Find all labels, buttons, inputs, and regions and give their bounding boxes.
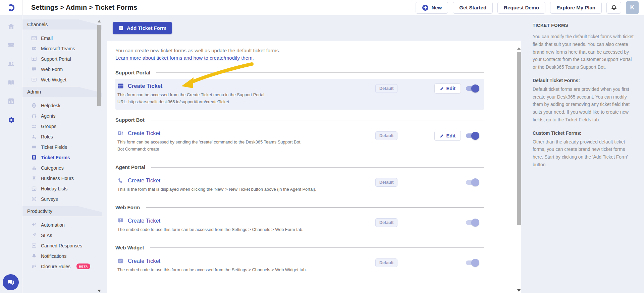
reports-icon[interactable] [7, 97, 15, 105]
sidebar-item-automation[interactable]: Automation [31, 220, 102, 230]
form-enabled-toggle[interactable] [466, 133, 478, 138]
form-icon [31, 155, 37, 160]
sidebar-item-label: Notifications [41, 253, 66, 259]
checklist-icon [31, 263, 37, 269]
avatar-initial: K [630, 4, 635, 11]
sidebar-item-canned-responses[interactable]: Canned Responses [31, 240, 102, 251]
sidebar-item-holiday-lists[interactable]: Holiday Lists [31, 183, 102, 194]
edit-button[interactable]: Edit [434, 131, 461, 141]
scroll-down-arrow-icon[interactable] [517, 289, 521, 292]
intro-text: You can create new ticket forms as well … [115, 47, 484, 54]
new-button[interactable]: New [416, 2, 448, 14]
sidebar-item-ticket-fields[interactable]: Ticket Fields [31, 142, 102, 152]
top-actions: New Get Started Request Demo Explore My … [416, 1, 644, 14]
form-enabled-toggle[interactable] [466, 180, 478, 185]
sidebar-item-label: Categories [41, 165, 64, 171]
sidebar-item-label: Email [41, 36, 53, 41]
sidebar-item-web-widget[interactable]: Web Widget [31, 74, 102, 85]
scrollbar-thumb[interactable] [517, 52, 521, 225]
email-icon [31, 35, 37, 41]
beta-badge: BETA [76, 263, 90, 269]
teams-icon [31, 46, 37, 51]
person-gear-icon [31, 134, 37, 139]
settings-icon[interactable] [7, 116, 15, 124]
get-started-button[interactable]: Get Started [453, 2, 493, 14]
sidebar-item-support-portal[interactable]: Support Portal [31, 54, 102, 64]
create-ticket-link[interactable]: Create Ticket [128, 83, 162, 89]
section-support-portal: Support Portal Create Ticket This form c… [115, 70, 484, 110]
calendar-icon [31, 186, 37, 191]
sidebar-item-label: Roles [41, 134, 53, 139]
sidebar-item-label: Canned Responses [41, 243, 82, 248]
ticket-form-row: Create Ticket This is the form that is d… [115, 173, 484, 197]
help-panel-title: TICKET FORMS [533, 23, 634, 28]
scroll-up-arrow-icon[interactable] [517, 47, 521, 50]
teams-icon [117, 130, 124, 136]
scroll-up-arrow-icon[interactable] [98, 20, 101, 22]
scroll-down-arrow-icon[interactable] [98, 290, 101, 292]
phone-icon [117, 177, 124, 184]
default-badge: Default [375, 178, 397, 187]
form-enabled-toggle[interactable] [466, 260, 478, 265]
help-default-heading: Default Ticket Forms: [533, 78, 634, 83]
sidebar-item-helpdesk[interactable]: Helpdesk [31, 100, 102, 111]
explore-plan-button[interactable]: Explore My Plan [550, 2, 602, 14]
settings-sidebar: Channels Email Microsoft Teams Support P… [22, 15, 102, 293]
box-plus-icon [31, 243, 37, 248]
request-demo-label: Request Demo [504, 5, 539, 10]
learn-more-link[interactable]: Learn more about ticket forms and how to… [115, 54, 254, 62]
smiley-icon [31, 196, 37, 202]
form-enabled-toggle[interactable] [466, 220, 478, 225]
section-heading: Support Bot [115, 117, 145, 123]
sidebar-item-agents[interactable]: Agents [31, 111, 102, 121]
sidebar-item-groups[interactable]: Groups [31, 121, 102, 131]
create-ticket-link[interactable]: Create Ticket [128, 258, 160, 264]
sidebar-scrollbar[interactable] [97, 19, 101, 293]
bell-icon [31, 253, 37, 259]
tickets-icon[interactable] [7, 41, 15, 49]
default-badge: Default [375, 258, 397, 267]
sidebar-item-surveys[interactable]: Surveys [31, 194, 102, 204]
support-chat-button[interactable] [3, 274, 19, 290]
avatar[interactable]: K [626, 1, 639, 14]
sidebar-item-label: Closure Rules [41, 264, 70, 269]
edit-button[interactable]: Edit [434, 83, 461, 94]
people-icon [31, 123, 37, 129]
sidebar-item-microsoft-teams[interactable]: Microsoft Teams [31, 43, 102, 54]
sidebar-item-label: Helpdesk [41, 103, 60, 108]
section-divider [156, 72, 484, 73]
form-description: This form can be accessed from the Creat… [117, 92, 375, 98]
sidebar-item-categories[interactable]: Categories [31, 163, 102, 173]
scrollbar-thumb[interactable] [97, 25, 101, 106]
browser-window-icon [117, 83, 124, 89]
sidebar-item-email[interactable]: Email [31, 33, 102, 43]
explore-plan-label: Explore My Plan [556, 5, 595, 10]
content-scrollbar[interactable] [517, 47, 522, 292]
contacts-icon[interactable] [7, 60, 15, 68]
headset-icon [31, 113, 37, 119]
edit-label: Edit [446, 86, 455, 91]
knowledge-base-icon[interactable] [7, 78, 15, 86]
sidebar-item-roles[interactable]: Roles [31, 131, 102, 142]
bell-icon [611, 4, 617, 11]
add-ticket-form-button[interactable]: Add Ticket Form [113, 22, 172, 34]
create-ticket-link[interactable]: Create Ticket [128, 218, 160, 224]
sidebar-item-slas[interactable]: SLAs [31, 230, 102, 240]
home-icon[interactable] [7, 22, 15, 30]
form-description: This is the form that is displayed when … [117, 186, 375, 192]
sidebar-section-channels: Channels [22, 19, 102, 30]
sidebar-item-closure-rules[interactable]: Closure Rules BETA [31, 261, 102, 272]
form-enabled-toggle[interactable] [466, 86, 478, 91]
lifebuoy-icon [31, 103, 37, 108]
create-ticket-link[interactable]: Create Ticket [128, 177, 160, 184]
sidebar-item-business-hours[interactable]: Business Hours [31, 173, 102, 183]
sidebar-item-notifications[interactable]: Notifications [31, 251, 102, 261]
sidebar-item-label: Automation [41, 222, 65, 228]
sidebar-item-ticket-forms[interactable]: Ticket Forms [31, 152, 102, 163]
notifications-button[interactable] [606, 2, 621, 14]
sidebar-item-label: Web Widget [41, 77, 66, 82]
request-demo-button[interactable]: Request Demo [497, 2, 545, 14]
create-ticket-link[interactable]: Create Ticket [128, 130, 160, 136]
app-logo[interactable] [0, 0, 22, 15]
sidebar-item-web-form[interactable]: Web Form [31, 64, 102, 74]
